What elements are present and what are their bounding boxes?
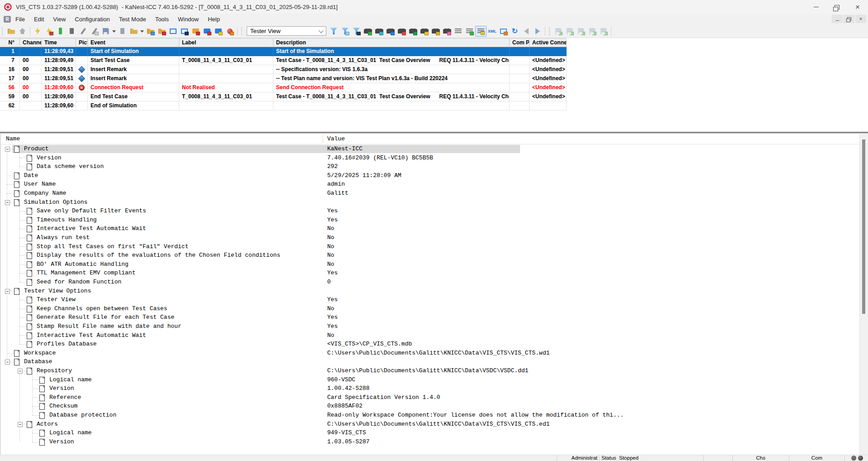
tree-row-keep-channels-open-between-test-cases[interactable]: Keep Channels open between Test CasesNo [0, 304, 859, 313]
open-folder-icon[interactable] [128, 26, 139, 37]
tree-row-bo-atr-automatic-handling[interactable]: BO' ATR Automatic HandlingNo [0, 260, 859, 269]
open-results-icon[interactable] [5, 26, 17, 37]
expand-collapse-box[interactable] [18, 422, 23, 427]
column-header-time[interactable]: Time [42, 38, 76, 47]
save-icon[interactable] [100, 26, 111, 37]
tree-row-company-name[interactable]: Company NameGalitt [0, 189, 859, 198]
restore-button[interactable] [826, 0, 847, 14]
table-row[interactable]: 560011:28:09,60×Connection RequestNot Re… [0, 83, 567, 92]
menu-configuration[interactable]: Configuration [70, 14, 114, 24]
save-dropdown-caret[interactable] [111, 26, 117, 37]
close-button[interactable]: × [847, 0, 868, 14]
record-blue-icon[interactable] [201, 26, 213, 37]
connect-icon[interactable] [55, 26, 66, 37]
stop-icon[interactable] [66, 26, 77, 37]
export-report-3-icon[interactable] [575, 26, 587, 37]
column-header-channel[interactable]: Channel [20, 38, 42, 47]
xml-export-icon[interactable]: XML [486, 26, 498, 37]
tree-row-profiles-database[interactable]: Profiles Database<VIS_CTS>\CP_VIS_CTS.md… [0, 340, 859, 349]
find-note2-icon[interactable] [430, 26, 441, 37]
window-export-icon[interactable] [498, 26, 509, 37]
find-error-icon[interactable] [396, 26, 407, 37]
expand-collapse-box[interactable] [5, 200, 10, 205]
pane-splitter[interactable] [0, 131, 868, 134]
tree-row-seed-for-random-function[interactable]: Seed for Random Function0 [0, 278, 859, 287]
column-header-n[interactable]: N° [0, 38, 20, 47]
table-row[interactable]: 6211:28:09,60End of Simulation [0, 101, 567, 110]
minimize-button[interactable] [806, 0, 826, 14]
toolbar-grip[interactable] [548, 27, 552, 35]
tree-row-tester-view[interactable]: Tester ViewYes [0, 295, 859, 304]
find-note-icon[interactable] [419, 26, 430, 37]
table-row[interactable]: 590011:28:09,60End Test CaseT_0008_11_4_… [0, 92, 567, 101]
expand-collapse-box[interactable] [5, 289, 10, 294]
toolbar-grip[interactable] [240, 27, 244, 35]
probe-edit-icon[interactable] [89, 26, 100, 37]
tree-row-checksum[interactable]: Checksum0x8885AF02 [0, 402, 859, 411]
column-header-description[interactable]: Description [273, 38, 510, 47]
list-plain-icon[interactable] [453, 26, 464, 37]
tree-row-stamp-result-file-name-with-date-and-hour[interactable]: Stamp Result File name with date and hou… [0, 322, 859, 331]
column-header-event[interactable]: Event [88, 38, 179, 47]
tree-row-always-run-test[interactable]: Always run testNo [0, 233, 859, 242]
table-row[interactable]: 170011:28:09,51Insert Remark-- Test Plan… [0, 74, 567, 83]
menu-test-mode[interactable]: Test Mode [114, 14, 151, 24]
export-report-1-icon[interactable] [553, 26, 564, 37]
tree-row-user-name[interactable]: User Nameadmin [0, 180, 859, 189]
toolbar-grip[interactable] [1, 27, 5, 35]
column-header-picto[interactable]: Picto [76, 38, 88, 47]
abort-icon[interactable] [224, 26, 235, 37]
run-edit-icon[interactable] [43, 26, 55, 37]
mdi-restore-button[interactable] [844, 15, 854, 23]
viewer-icon[interactable] [167, 26, 179, 37]
tree-row-version[interactable]: Version1.03.05-S287 [0, 437, 859, 447]
menu-view[interactable]: View [48, 14, 70, 24]
tree-row-actors[interactable]: ActorsC:\Users\Public\Documents\Galitt\K… [0, 420, 859, 429]
tree-row-database[interactable]: Database [0, 357, 859, 366]
expand-collapse-box[interactable] [5, 360, 10, 365]
table-row[interactable]: 111:28:09,43Start of SimulationStart of … [0, 47, 567, 56]
export-stop-icon[interactable] [156, 26, 167, 37]
tree-row-product[interactable]: ProductKaNest-ICC [0, 144, 859, 154]
probe-icon[interactable] [77, 26, 89, 37]
mdi-close-button[interactable]: × [855, 15, 866, 23]
next-icon[interactable] [532, 26, 543, 37]
tree-row-display-the-results-of-the-evaluations-of-the-chosen-field-conditions[interactable]: Display the results of the evaluations o… [0, 251, 859, 260]
export-results-icon[interactable] [145, 26, 156, 37]
export-report-5-icon[interactable] [598, 26, 609, 37]
grid-camera-icon[interactable] [213, 26, 224, 37]
tree-row-simulation-options[interactable]: Simulation Options [0, 198, 859, 207]
find-next-icon[interactable] [373, 26, 385, 37]
filter-icon[interactable] [328, 26, 339, 37]
table-row[interactable]: 160011:28:09,51Insert Remark-- Specifica… [0, 65, 567, 74]
run-test-icon[interactable] [32, 26, 43, 37]
find-verdict-icon[interactable] [407, 26, 419, 37]
menu-window[interactable]: Window [173, 14, 203, 24]
folder-dropdown-caret[interactable] [139, 26, 145, 37]
mdi-document-icon[interactable]: R [4, 16, 11, 23]
menu-help[interactable]: Help [203, 14, 224, 24]
tree-row-version[interactable]: Version7.40.16#2039 (REL-VC10) BC5B5B [0, 154, 859, 163]
tree-row-date[interactable]: Date5/29/2025 11:28:09 AM [0, 171, 859, 180]
find-marker-icon[interactable] [441, 26, 453, 37]
export-report-4-icon[interactable] [587, 26, 598, 37]
list-green-icon[interactable] [464, 26, 475, 37]
tree-header-divider[interactable] [323, 135, 323, 143]
tree-row-tester-view-options[interactable]: Tester View Options [0, 287, 859, 296]
previous-icon[interactable] [520, 26, 532, 37]
column-header-label[interactable]: Label [179, 38, 273, 47]
tree-row-workspace[interactable]: WorkspaceC:\Users\Public\Documents\Galit… [0, 349, 859, 358]
column-header-com_pr[interactable]: Com Pr [510, 38, 529, 47]
tree-row-logical-name[interactable]: Logical name949-VIS_CTS [0, 428, 859, 437]
view-selector-combo[interactable]: Tester View [247, 26, 326, 36]
menu-file[interactable]: File [11, 14, 29, 24]
tree-row-data-scheme-version[interactable]: Data scheme version292 [0, 162, 859, 171]
tree-row-save-only-default-filter-events[interactable]: Save only Default Filter EventsYes [0, 206, 859, 216]
mdi-minimize-button[interactable] [832, 15, 843, 23]
filter-time-icon[interactable] [339, 26, 351, 37]
tree-row-generate-result-file-for-each-test-case[interactable]: Generate Result File for each Test CaseY… [0, 313, 859, 322]
viewer-play-icon[interactable] [179, 26, 190, 37]
navigate-up-icon[interactable] [17, 26, 28, 37]
tree-row-reference[interactable]: ReferenceCard Specification Version 1.4.… [0, 393, 859, 402]
tree-row-interactive-test-automatic-wait[interactable]: Interactive Test Automatic WaitNo [0, 224, 859, 233]
